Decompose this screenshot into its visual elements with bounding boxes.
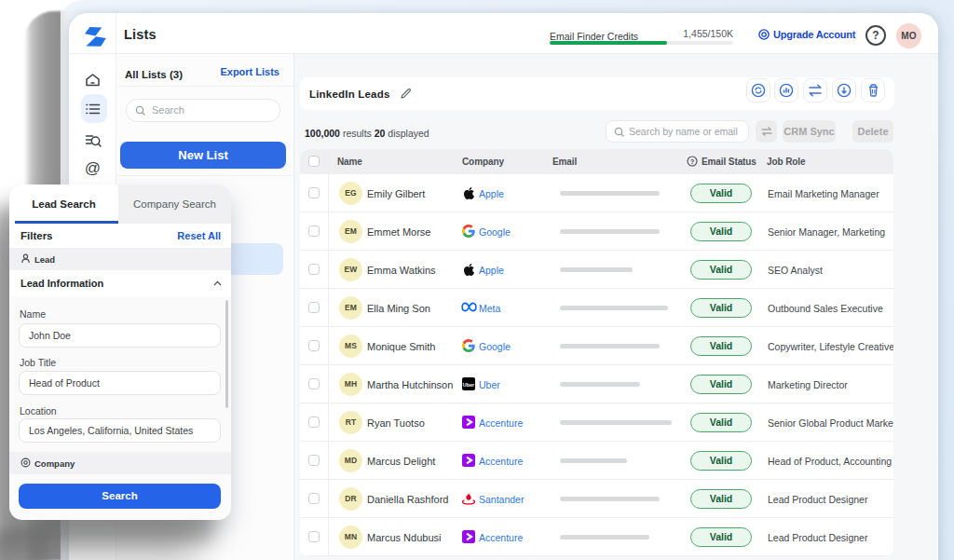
- svg-text:?: ?: [690, 157, 695, 166]
- svg-text:Uber: Uber: [463, 382, 475, 388]
